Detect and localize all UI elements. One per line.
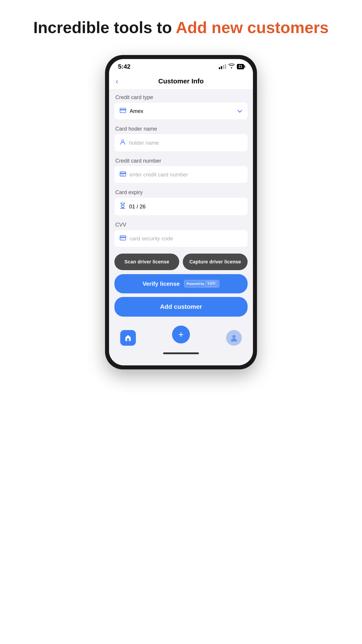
home-nav-button[interactable] [120,330,136,346]
card-expiry-field[interactable]: 01 / 26 [114,198,248,215]
yoti-badge: Powered by YOTI [184,280,219,288]
svg-rect-5 [121,175,122,175]
page-title: Customer Info [158,77,204,85]
add-action-button[interactable]: + [172,326,190,344]
buttons-area: Scan driver license Capture driver licen… [109,247,253,319]
phone-screen: 5:42 21 [109,59,253,366]
nav-bar: ‹ Customer Info [109,73,253,90]
hero-text-accent: Add new customers [176,18,329,36]
card-holder-field[interactable]: holder name [114,134,248,152]
battery-icon: 21 [237,64,244,69]
verify-license-button[interactable]: Verify license Powered by YOTI [114,274,248,294]
svg-rect-4 [120,173,126,174]
svg-rect-6 [122,175,123,175]
credit-card-number-label: Credit card number [114,158,248,164]
svg-rect-1 [120,109,126,110]
driver-license-row: Scan driver license Capture driver licen… [114,254,248,270]
cvv-section: CVV card security code [114,222,248,247]
hourglass-icon [120,202,126,210]
svg-rect-9 [120,237,126,238]
card-holder-placeholder: holder name [129,140,242,146]
cvv-field[interactable]: card security code [114,230,248,247]
card-expiry-value: 01 / 26 [129,204,242,210]
status-bar: 5:42 21 [109,59,253,73]
signal-icon [219,64,226,69]
svg-rect-0 [120,108,126,113]
capture-license-button[interactable]: Capture driver license [183,254,248,270]
person-icon [120,139,126,146]
app-content: Credit card type Amex [109,92,253,366]
credit-card-type-value: Amex [130,108,234,114]
cvv-label: CVV [114,222,248,228]
hero-heading: Incredible tools to Add new customers [33,18,329,37]
profile-nav-button[interactable] [226,330,242,346]
credit-card-number-field[interactable]: enter credit card number [114,166,248,183]
svg-rect-8 [120,236,126,240]
home-bar [163,352,199,354]
card-expiry-section: Card expiry 01 / 26 [114,189,248,215]
cvv-placeholder: card security code [130,236,242,242]
card-number-icon [120,171,126,178]
yoti-logo: YOTI [206,281,217,286]
credit-card-type-section: Credit card type Amex [114,92,248,120]
card-holder-section: Card hoder name holder name [114,126,248,152]
status-icons: 21 [219,64,244,70]
add-customer-button[interactable]: Add customer [114,297,248,317]
svg-rect-7 [123,175,124,175]
dropdown-arrow-icon [237,108,242,114]
home-indicator [109,350,253,359]
card-number-placeholder: enter credit card number [130,172,242,178]
status-time: 5:42 [118,63,130,70]
wifi-icon [228,64,235,70]
svg-rect-3 [120,172,126,176]
svg-rect-10 [121,238,122,239]
credit-card-type-dropdown[interactable]: Amex [114,103,248,120]
back-button[interactable]: ‹ [116,77,118,86]
svg-rect-11 [122,238,123,239]
plus-icon: + [178,330,183,340]
phone-frame: 5:42 21 [105,55,257,370]
form-content: Credit card type Amex [109,92,253,247]
credit-card-icon [120,108,126,114]
credit-card-number-section: Credit card number enter credit card [114,158,248,183]
verify-license-label: Verify license [143,280,180,287]
svg-point-2 [122,140,124,142]
svg-point-13 [232,335,236,338]
powered-by-text: Powered by [187,282,204,286]
scan-license-button[interactable]: Scan driver license [114,254,179,270]
credit-card-type-label: Credit card type [114,92,248,100]
cvv-card-icon [120,235,126,242]
bottom-nav: + [109,323,253,350]
hero-text-normal: Incredible tools to [33,18,172,36]
svg-rect-12 [127,338,129,341]
card-holder-label: Card hoder name [114,126,248,132]
card-expiry-label: Card expiry [114,189,248,196]
